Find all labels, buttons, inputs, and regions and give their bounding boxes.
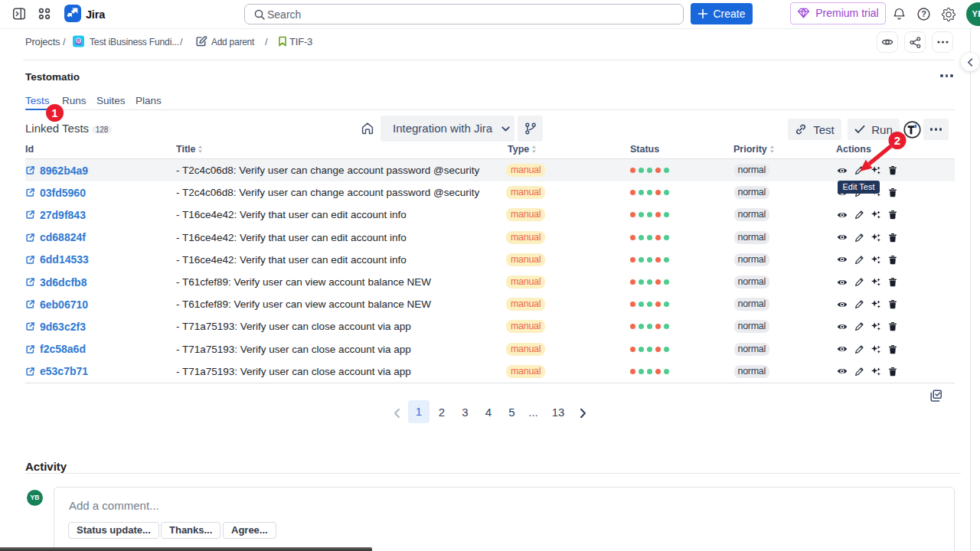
svg-text:?: ? (921, 9, 926, 18)
